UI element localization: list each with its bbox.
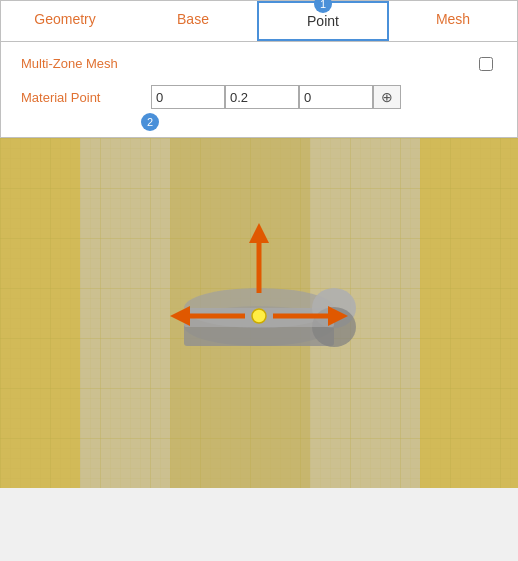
coordinate-inputs: 2 ⊕ bbox=[151, 85, 401, 109]
multizone-checkbox[interactable] bbox=[479, 57, 493, 71]
tab-mesh-label: Mesh bbox=[436, 11, 470, 27]
multizone-checkbox-wrap bbox=[479, 57, 497, 71]
z-input[interactable] bbox=[299, 85, 373, 109]
crosshair-icon: ⊕ bbox=[381, 89, 393, 105]
grid-background bbox=[0, 138, 518, 488]
tab-base-label: Base bbox=[177, 11, 209, 27]
multizone-label: Multi-Zone Mesh bbox=[21, 56, 151, 71]
tab-point[interactable]: 1 Point bbox=[257, 1, 389, 41]
tab-mesh[interactable]: Mesh bbox=[389, 1, 517, 41]
svg-point-18 bbox=[252, 309, 266, 323]
materialpoint-label: Material Point bbox=[21, 90, 151, 105]
tab-badge: 1 bbox=[314, 0, 332, 13]
tab-base[interactable]: Base bbox=[129, 1, 257, 41]
tab-geometry[interactable]: Geometry bbox=[1, 1, 129, 41]
tab-geometry-label: Geometry bbox=[34, 11, 95, 27]
x-input[interactable] bbox=[151, 85, 225, 109]
3d-viewport bbox=[0, 138, 518, 488]
settings-panel: Geometry Base 1 Point Mesh Multi-Zone Me… bbox=[0, 0, 518, 138]
tab-point-label: Point bbox=[307, 13, 339, 29]
materialpoint-row: Material Point 2 ⊕ bbox=[21, 85, 497, 109]
multizone-row: Multi-Zone Mesh bbox=[21, 56, 497, 71]
panel-content: Multi-Zone Mesh Material Point 2 ⊕ bbox=[1, 42, 517, 137]
coord-pick-button[interactable]: ⊕ bbox=[373, 85, 401, 109]
row-badge: 2 bbox=[141, 113, 159, 131]
tab-bar: Geometry Base 1 Point Mesh bbox=[1, 1, 517, 42]
y-input[interactable] bbox=[225, 85, 299, 109]
